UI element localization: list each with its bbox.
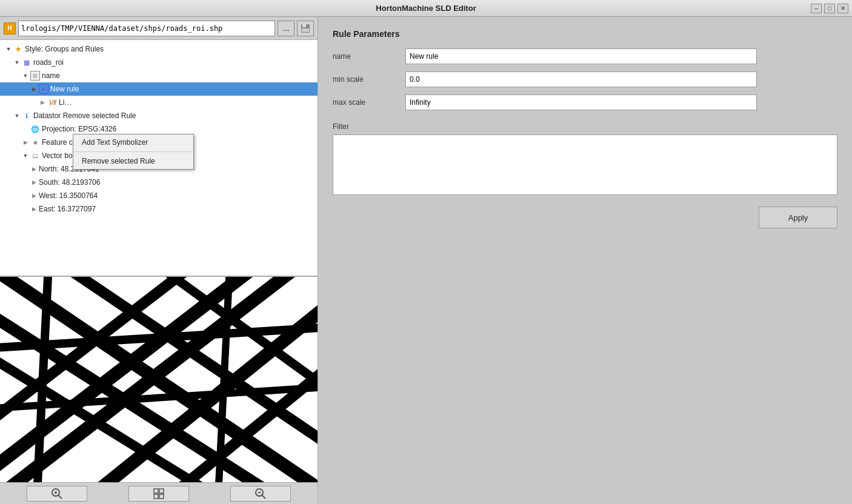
folder-icon: 🗂 bbox=[30, 151, 40, 161]
close-button[interactable]: ✕ bbox=[837, 4, 848, 13]
zoom-out-button[interactable] bbox=[230, 486, 291, 502]
db-icon: ⊞ bbox=[30, 71, 40, 81]
title-bar: HortonMachine SLD Editor – □ ✕ bbox=[0, 0, 852, 17]
main-layout: H ... ★ Style: Groups and Rules bbox=[0, 17, 852, 504]
zoom-out-icon bbox=[255, 488, 267, 500]
expand-arrow-bounds bbox=[22, 152, 29, 159]
expand-arrow-line bbox=[39, 99, 46, 106]
name-input[interactable] bbox=[405, 48, 757, 64]
tree-label-south: South: 48.2193706 bbox=[39, 177, 100, 188]
tree-label-style-root: Style: Groups and Rules bbox=[25, 44, 104, 55]
context-menu: Add Text Symbolizer Remove selected Rule bbox=[73, 134, 194, 170]
tree-label-line: Li… bbox=[59, 97, 72, 108]
svg-line-21 bbox=[59, 495, 62, 499]
tree-label-projection: Projection: EPSG:4326 bbox=[42, 124, 116, 134]
save-button[interactable] bbox=[297, 21, 314, 36]
context-menu-add-text[interactable]: Add Text Symbolizer bbox=[73, 134, 193, 150]
filepath-bar: H ... bbox=[0, 17, 318, 40]
expand-arrow-datastor bbox=[13, 112, 21, 119]
preview-panel bbox=[0, 276, 318, 482]
max-scale-label: max scale bbox=[333, 98, 405, 107]
max-scale-input[interactable] bbox=[405, 94, 757, 110]
style-icon: ★ bbox=[13, 44, 23, 54]
apply-button[interactable]: Apply bbox=[759, 207, 837, 228]
svg-rect-25 bbox=[159, 494, 164, 499]
globe-icon: 🌐 bbox=[30, 124, 40, 134]
grid-icon bbox=[153, 488, 165, 500]
expand-arrow-name bbox=[22, 72, 29, 79]
filter-section: Filter bbox=[333, 122, 837, 197]
tree-label-west: West: 16.3500764 bbox=[39, 190, 98, 201]
left-panel: H ... ★ Style: Groups and Rules bbox=[0, 17, 318, 504]
datastor-icon: ℹ bbox=[22, 111, 32, 121]
expand-arrow-north bbox=[30, 165, 38, 173]
expand-arrow-style bbox=[5, 45, 12, 53]
min-scale-input[interactable] bbox=[405, 71, 757, 87]
tree-item-name-group[interactable]: ⊞ name bbox=[0, 69, 318, 82]
save-icon bbox=[300, 23, 311, 34]
min-scale-label: min scale bbox=[333, 75, 405, 84]
expand-arrow-south bbox=[30, 179, 38, 186]
name-form-group: name bbox=[333, 48, 837, 64]
expand-arrow-roads bbox=[13, 59, 21, 66]
svg-rect-2 bbox=[302, 28, 309, 32]
tree-item-new-rule[interactable]: ⊕ New rule bbox=[0, 82, 318, 96]
tree-label-name-group: name bbox=[42, 70, 60, 81]
svg-rect-22 bbox=[154, 489, 158, 493]
tree-item-style-root[interactable]: ★ Style: Groups and Rules bbox=[0, 42, 318, 56]
min-scale-form-group: min scale bbox=[333, 71, 837, 87]
zoom-in-button[interactable] bbox=[27, 486, 87, 502]
rule-params-title: Rule Parameters bbox=[333, 29, 837, 39]
tree-label-east: East: 16.3727097 bbox=[39, 204, 96, 214]
rule-icon: ⊕ bbox=[39, 84, 48, 94]
maximize-button[interactable]: □ bbox=[824, 4, 835, 13]
tree-label-new-rule: New rule bbox=[50, 84, 79, 94]
tree-item-datastor[interactable]: ℹ Datastor Remove selected Rule bbox=[0, 109, 318, 122]
left-toolbar bbox=[0, 482, 318, 504]
svg-rect-23 bbox=[159, 489, 164, 493]
context-menu-separator bbox=[73, 151, 193, 152]
app-icon: H bbox=[4, 22, 16, 35]
expand-arrow-east bbox=[30, 205, 38, 213]
context-menu-remove-rule[interactable]: Remove selected Rule bbox=[73, 153, 193, 169]
svg-rect-1 bbox=[302, 24, 306, 27]
minimize-button[interactable]: – bbox=[811, 4, 822, 13]
text-icon: Ⅶ bbox=[47, 98, 57, 107]
grid-button[interactable] bbox=[128, 486, 189, 502]
tree-item-line[interactable]: Ⅶ Li… bbox=[0, 96, 318, 109]
zoom-in-icon bbox=[51, 488, 63, 500]
road-preview-svg bbox=[0, 277, 318, 482]
svg-rect-24 bbox=[154, 494, 158, 499]
tree-item-roads-roi[interactable]: ▦ roads_roi bbox=[0, 56, 318, 69]
expand-arrow-features bbox=[22, 139, 29, 146]
apply-row: Apply bbox=[333, 207, 837, 228]
app-title: HortonMachine SLD Editor bbox=[376, 4, 476, 13]
feature-icon: ◆ bbox=[30, 138, 40, 147]
max-scale-form-group: max scale bbox=[333, 94, 837, 110]
filepath-input[interactable] bbox=[18, 21, 275, 36]
tree-panel[interactable]: ★ Style: Groups and Rules ▦ roads_roi ⊞ … bbox=[0, 40, 318, 276]
right-panel: Rule Parameters name min scale max scale… bbox=[318, 17, 852, 504]
filter-textarea[interactable] bbox=[333, 134, 837, 195]
window-controls: – □ ✕ bbox=[811, 4, 848, 13]
tree-item-west[interactable]: West: 16.3500764 bbox=[0, 189, 318, 202]
tree-item-east[interactable]: East: 16.3727097 bbox=[0, 202, 318, 216]
tree-label-roads-roi: roads_roi bbox=[33, 57, 64, 68]
svg-line-28 bbox=[262, 495, 266, 499]
expand-arrow-west bbox=[30, 192, 38, 199]
layer-icon: ▦ bbox=[22, 58, 32, 67]
name-label: name bbox=[333, 52, 405, 61]
tree-item-south[interactable]: South: 48.2193706 bbox=[0, 176, 318, 189]
expand-arrow-new-rule bbox=[30, 85, 38, 93]
browse-button[interactable]: ... bbox=[278, 21, 295, 36]
tree-label-datastor: Datastor Remove selected Rule bbox=[33, 110, 136, 121]
filter-label: Filter bbox=[333, 122, 837, 131]
